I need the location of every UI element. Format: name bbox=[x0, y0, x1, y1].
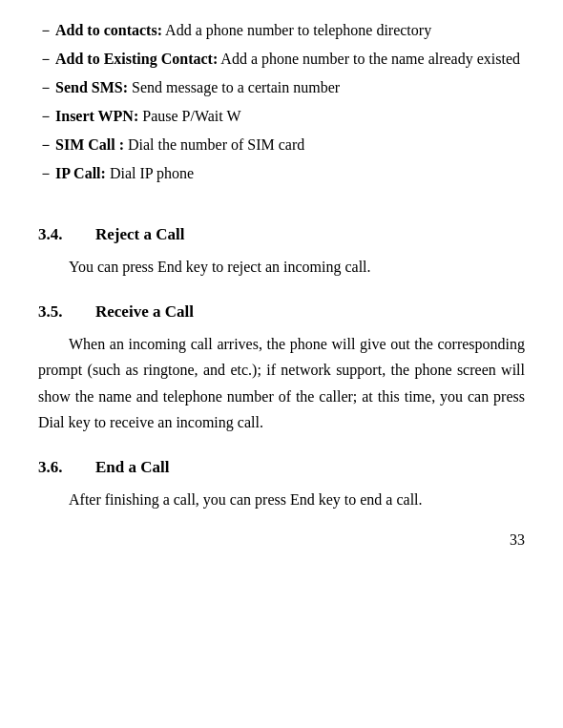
section-body: When an incoming call arrives, the phone… bbox=[38, 331, 525, 435]
bullet-item: －Insert WPN: Pause P/Wait W bbox=[38, 105, 525, 128]
bullet-list: －Add to contacts: Add a phone number to … bbox=[38, 19, 525, 185]
bullet-item: －Add to contacts: Add a phone number to … bbox=[38, 19, 525, 42]
page-number: 33 bbox=[38, 531, 525, 549]
bullet-text: SIM Call : Dial the number of SIM card bbox=[55, 134, 304, 156]
section-body: After finishing a call, you can press En… bbox=[38, 487, 525, 512]
bullet-text: Add to contacts: Add a phone number to t… bbox=[55, 19, 431, 42]
bullet-item: －Send SMS: Send message to a certain num… bbox=[38, 76, 525, 99]
bullet-dash: － bbox=[38, 134, 53, 156]
sections-container: 3.4.Reject a CallYou can press End key t… bbox=[38, 225, 525, 512]
bullet-item: －IP Call: Dial IP phone bbox=[38, 162, 525, 185]
section-heading: 3.4.Reject a Call bbox=[38, 225, 525, 244]
bullet-dash: － bbox=[38, 76, 53, 99]
section-title: Reject a Call bbox=[95, 225, 184, 244]
section-heading: 3.6.End a Call bbox=[38, 458, 525, 477]
section-title: End a Call bbox=[95, 458, 169, 477]
bullet-item: －Add to Existing Contact: Add a phone nu… bbox=[38, 48, 525, 71]
section: 3.6.End a CallAfter finishing a call, yo… bbox=[38, 458, 525, 512]
bullet-dash: － bbox=[38, 105, 53, 128]
bullet-text: Insert WPN: Pause P/Wait W bbox=[55, 105, 241, 128]
bullet-dash: － bbox=[38, 19, 53, 42]
bullet-text: Send SMS: Send message to a certain numb… bbox=[55, 76, 340, 99]
section: 3.5.Receive a CallWhen an incoming call … bbox=[38, 302, 525, 435]
bullet-text: Add to Existing Contact: Add a phone num… bbox=[55, 48, 520, 71]
section-number: 3.6. bbox=[38, 458, 95, 477]
section-title: Receive a Call bbox=[95, 302, 194, 322]
section-number: 3.4. bbox=[38, 225, 95, 244]
bullet-text: IP Call: Dial IP phone bbox=[55, 162, 194, 185]
bullet-dash: － bbox=[38, 162, 53, 185]
section: 3.4.Reject a CallYou can press End key t… bbox=[38, 225, 525, 280]
bullet-item: －SIM Call : Dial the number of SIM card bbox=[38, 134, 525, 156]
section-heading: 3.5.Receive a Call bbox=[38, 302, 525, 322]
bullet-dash: － bbox=[38, 48, 53, 71]
section-body: You can press End key to reject an incom… bbox=[38, 254, 525, 280]
section-number: 3.5. bbox=[38, 302, 95, 322]
